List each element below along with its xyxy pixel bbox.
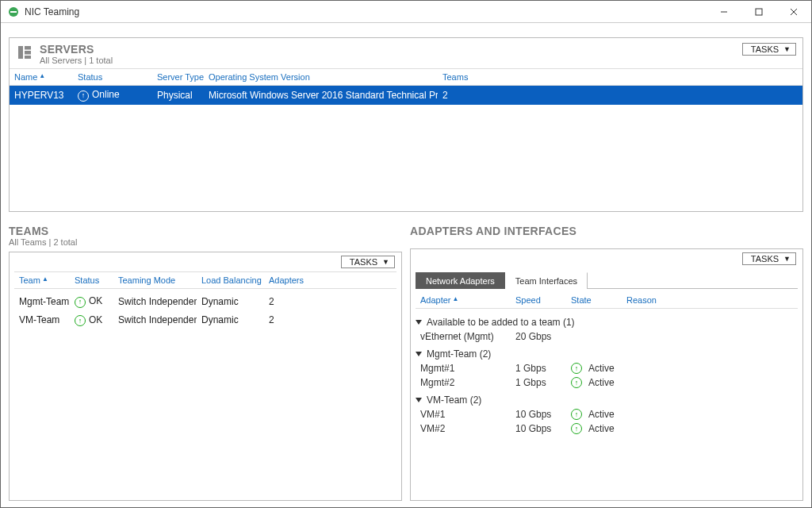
servers-tasks-button[interactable]: TASKS ▼ bbox=[742, 43, 796, 56]
adapters-tabs: Network Adapters Team Interfaces bbox=[416, 271, 798, 289]
teams-title: TEAMS bbox=[9, 225, 402, 237]
status-up-icon: ↑ bbox=[78, 90, 89, 102]
team-name: Mgmt-Team bbox=[14, 296, 70, 307]
col-mode[interactable]: Teaming Mode bbox=[113, 275, 197, 285]
adapter-name: Mgmt#2 bbox=[416, 377, 511, 388]
adapter-group[interactable]: Mgmt-Team (2) bbox=[416, 348, 798, 360]
col-speed[interactable]: Speed bbox=[511, 295, 566, 305]
servers-icon bbox=[16, 44, 33, 62]
chevron-down-icon: ▼ bbox=[783, 255, 791, 263]
adapter-state: ↑Active bbox=[566, 377, 622, 388]
server-teams: 2 bbox=[438, 90, 485, 101]
adapter-state: ↑Active bbox=[566, 423, 622, 434]
col-os[interactable]: Operating System Version bbox=[204, 72, 438, 82]
group-label: Mgmt-Team (2) bbox=[427, 348, 491, 360]
tab-team-interfaces[interactable]: Team Interfaces bbox=[505, 272, 588, 289]
tasks-label: TASKS bbox=[751, 44, 779, 54]
server-name: HYPERV13 bbox=[10, 90, 73, 101]
team-status: ↑OK bbox=[70, 295, 113, 308]
teams-subtitle: All Teams | 2 total bbox=[9, 237, 402, 247]
team-lb: Dynamic bbox=[197, 314, 264, 325]
tasks-label: TASKS bbox=[350, 257, 377, 267]
adapter-speed: 10 Gbps bbox=[511, 423, 566, 434]
svg-rect-6 bbox=[18, 46, 23, 59]
adapters-columns: Adapter▲ Speed State Reason bbox=[416, 292, 798, 309]
window-title: NIC Teaming bbox=[25, 6, 79, 17]
status-up-icon: ↑ bbox=[571, 377, 582, 388]
team-mode: Switch Independent bbox=[113, 314, 197, 325]
team-row[interactable]: VM-Team ↑OK Switch Independent Dynamic 2 bbox=[14, 311, 396, 330]
chevron-down-icon: ▼ bbox=[783, 45, 791, 53]
adapter-name: Mgmt#1 bbox=[416, 363, 511, 374]
col-lb[interactable]: Load Balancing bbox=[197, 275, 264, 285]
col-teams[interactable]: Teams bbox=[438, 72, 485, 82]
adapter-row[interactable]: vEthernet (Mgmt) 20 Gbps bbox=[416, 329, 798, 344]
adapter-name: VM#2 bbox=[416, 423, 511, 434]
svg-rect-7 bbox=[25, 46, 31, 50]
adapter-row[interactable]: Mgmt#2 1 Gbps ↑Active bbox=[416, 375, 798, 390]
servers-grid-body: HYPERV13 ↑Online Physical Microsoft Wind… bbox=[10, 86, 802, 211]
team-status: ↑OK bbox=[70, 314, 113, 327]
maximize-button[interactable] bbox=[741, 1, 776, 23]
chevron-down-icon: ▼ bbox=[382, 258, 389, 266]
svg-rect-3 bbox=[756, 9, 762, 15]
servers-subtitle: All Servers | 1 total bbox=[40, 56, 113, 65]
adapter-name: vEthernet (Mgmt) bbox=[416, 331, 511, 342]
adapter-group[interactable]: VM-Team (2) bbox=[416, 394, 798, 406]
adapters-tasks-button[interactable]: TASKS ▼ bbox=[742, 252, 796, 265]
svg-rect-9 bbox=[25, 56, 31, 59]
team-adapters: 2 bbox=[264, 296, 320, 307]
team-adapters: 2 bbox=[264, 314, 320, 325]
adapters-title: ADAPTERS AND INTERFACES bbox=[410, 225, 803, 237]
servers-panel: SERVERS All Servers | 1 total TASKS ▼ Na… bbox=[9, 37, 803, 212]
col-name[interactable]: Name▲ bbox=[10, 72, 73, 82]
adapter-speed: 20 Gbps bbox=[511, 331, 566, 342]
expand-icon bbox=[416, 320, 422, 325]
adapter-group[interactable]: Available to be added to a team (1) bbox=[416, 317, 798, 328]
teams-columns: Team▲ Status Teaming Mode Load Balancing… bbox=[14, 271, 396, 289]
svg-rect-1 bbox=[10, 11, 17, 13]
status-up-icon: ↑ bbox=[571, 409, 582, 420]
col-status[interactable]: Status bbox=[73, 72, 152, 82]
adapters-grid-body: Available to be added to a team (1) vEth… bbox=[411, 309, 802, 500]
teams-tasks-button[interactable]: TASKS ▼ bbox=[341, 256, 395, 268]
col-reason[interactable]: Reason bbox=[622, 295, 693, 305]
adapter-row[interactable]: VM#2 10 Gbps ↑Active bbox=[416, 421, 798, 436]
servers-title: SERVERS bbox=[40, 43, 113, 56]
server-type: Physical bbox=[152, 90, 204, 101]
adapter-speed: 10 Gbps bbox=[511, 409, 566, 420]
close-button[interactable] bbox=[776, 1, 811, 23]
col-adapters[interactable]: Adapters bbox=[264, 275, 320, 285]
expand-icon bbox=[416, 352, 422, 356]
col-team[interactable]: Team▲ bbox=[14, 275, 70, 285]
teams-grid-body: Mgmt-Team ↑OK Switch Independent Dynamic… bbox=[10, 289, 401, 500]
team-row[interactable]: Mgmt-Team ↑OK Switch Independent Dynamic… bbox=[14, 292, 396, 311]
adapter-state: ↑Active bbox=[566, 363, 622, 374]
tab-network-adapters[interactable]: Network Adapters bbox=[416, 272, 505, 289]
status-up-icon: ↑ bbox=[75, 315, 86, 326]
adapter-speed: 1 Gbps bbox=[511, 363, 566, 374]
adapter-name: VM#1 bbox=[416, 409, 511, 420]
svg-rect-8 bbox=[25, 51, 31, 55]
app-icon bbox=[7, 6, 20, 18]
status-up-icon: ↑ bbox=[571, 363, 582, 374]
team-mode: Switch Independent bbox=[113, 296, 197, 307]
adapter-row[interactable]: Mgmt#1 1 Gbps ↑Active bbox=[416, 361, 798, 375]
title-bar: NIC Teaming bbox=[1, 1, 811, 23]
server-row[interactable]: HYPERV13 ↑Online Physical Microsoft Wind… bbox=[10, 86, 802, 105]
col-server-type[interactable]: Server Type bbox=[152, 72, 204, 82]
adapter-speed: 1 Gbps bbox=[511, 377, 566, 388]
col-adapter[interactable]: Adapter▲ bbox=[416, 295, 511, 305]
tasks-label: TASKS bbox=[751, 254, 779, 264]
group-label: Available to be added to a team (1) bbox=[427, 317, 575, 328]
server-os: Microsoft Windows Server 2016 Standard T… bbox=[204, 90, 438, 101]
team-name: VM-Team bbox=[14, 314, 70, 325]
minimize-button[interactable] bbox=[707, 1, 741, 23]
expand-icon bbox=[416, 398, 422, 402]
col-status[interactable]: Status bbox=[70, 275, 113, 285]
adapter-row[interactable]: VM#1 10 Gbps ↑Active bbox=[416, 407, 798, 421]
col-state[interactable]: State bbox=[566, 295, 622, 305]
team-lb: Dynamic bbox=[197, 296, 264, 307]
group-label: VM-Team (2) bbox=[427, 394, 481, 406]
status-up-icon: ↑ bbox=[571, 423, 582, 434]
